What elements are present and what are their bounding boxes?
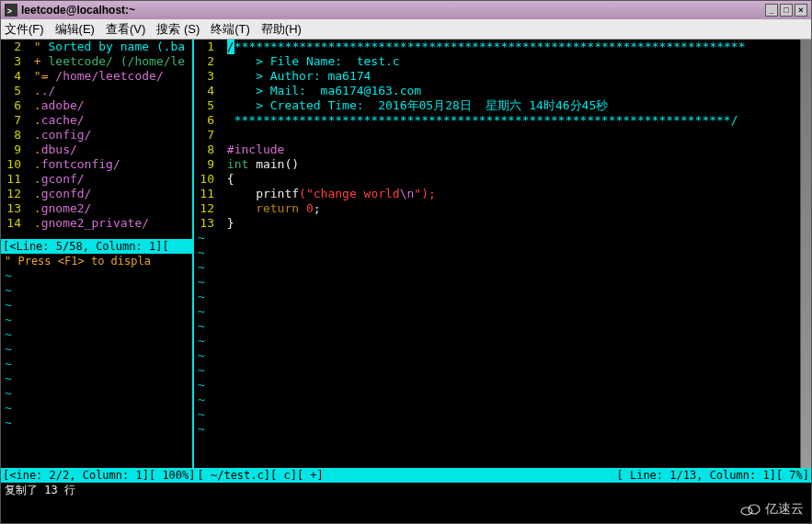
code-line[interactable]: 1 /*************************************…: [194, 40, 800, 54]
list-item[interactable]: 7 .cache/: [1, 113, 192, 128]
list-item[interactable]: 4 "= /home/leetcode/: [1, 69, 192, 84]
tilde-line: ~: [194, 245, 800, 260]
list-item[interactable]: 9 .dbus/: [1, 142, 192, 157]
scrollbar-vertical[interactable]: [800, 40, 811, 468]
list-item[interactable]: 13 .gnome2/: [1, 201, 192, 216]
left-pane[interactable]: 2 " Sorted by name (.ba3 + leetcode/ (/h…: [1, 40, 194, 468]
tilde-line: ~: [194, 304, 800, 319]
tilde-line: ~: [194, 393, 800, 407]
titlebar[interactable]: > leetcode@localhost:~ _ □ ×: [1, 1, 811, 19]
menu-terminal[interactable]: 终端(T): [211, 21, 250, 38]
menu-view[interactable]: 查看(V): [106, 21, 145, 38]
list-item[interactable]: 11 .gconf/: [1, 172, 192, 187]
code-line[interactable]: 7: [194, 128, 800, 142]
tilde-line: ~: [194, 260, 800, 275]
left-help: " Press <F1> to displa: [1, 254, 192, 268]
tilde-line: ~: [194, 407, 800, 422]
list-item[interactable]: 3 + leetcode/ (/home/le: [1, 54, 192, 69]
status-right-pos: [ Line: 1/13, Column: 1][ 7%]: [616, 468, 811, 483]
tilde-line: ~: [1, 342, 192, 357]
code-line[interactable]: 6 **************************************…: [194, 113, 800, 128]
tilde-line: ~: [194, 378, 800, 393]
minimize-button[interactable]: _: [765, 4, 778, 17]
maximize-button[interactable]: □: [780, 4, 793, 17]
tilde-line: ~: [1, 268, 192, 283]
tilde-line: ~: [194, 290, 800, 304]
code-line[interactable]: 4 > Mail: ma6174@163.com: [194, 84, 800, 98]
svg-point-3: [749, 505, 760, 514]
tilde-line: ~: [194, 363, 800, 378]
app-window: > leetcode@localhost:~ _ □ × 文件(F) 编辑(E)…: [0, 0, 812, 524]
tilde-line: ~: [194, 334, 800, 348]
tilde-line: ~: [1, 327, 192, 342]
list-item[interactable]: 8 .config/: [1, 128, 192, 142]
code-line[interactable]: 5 > Created Time: 2016年05月28日 星期六 14时46分…: [194, 98, 800, 113]
menubar: 文件(F) 编辑(E) 查看(V) 搜索 (S) 终端(T) 帮助(H): [1, 19, 811, 40]
list-item[interactable]: 12 .gconfd/: [1, 187, 192, 201]
code-line[interactable]: 8 #include: [194, 142, 800, 157]
list-item[interactable]: 5 ../: [1, 84, 192, 98]
message-bar: 复制了 13 行: [1, 483, 811, 497]
code-line[interactable]: 11 printf("change world\n");: [194, 187, 800, 201]
code-line[interactable]: 3 > Author: ma6174: [194, 69, 800, 84]
menu-help[interactable]: 帮助(H): [261, 21, 302, 38]
terminal-icon: >: [5, 4, 17, 17]
code-line[interactable]: 12 return 0;: [194, 201, 800, 216]
tilde-line: ~: [1, 298, 192, 313]
tilde-line: ~: [1, 357, 192, 371]
code-line[interactable]: 9 int main(): [194, 157, 800, 172]
right-pane[interactable]: 1 /*************************************…: [194, 40, 800, 468]
list-item[interactable]: 6 .adobe/: [1, 98, 192, 113]
status-file: [ ~/test.c][ c][ +]: [196, 468, 324, 483]
tilde-line: ~: [1, 401, 192, 416]
menu-search[interactable]: 搜索 (S): [156, 21, 200, 38]
bottom-status: [<ine: 2/2, Column: 1][ 100%] [ ~/test.c…: [1, 468, 811, 483]
close-button[interactable]: ×: [795, 4, 807, 17]
list-item[interactable]: 10 .fontconfig/: [1, 157, 192, 172]
window-title: leetcode@localhost:~: [21, 4, 135, 17]
code-line[interactable]: 13 }: [194, 216, 800, 231]
list-item[interactable]: 14 .gnome2_private/: [1, 216, 192, 231]
tilde-line: ~: [1, 416, 192, 430]
tilde-line: ~: [1, 371, 192, 386]
cloud-icon: [739, 503, 761, 516]
tilde-line: ~: [194, 422, 800, 437]
left-status: [<Line: 5/58, Column: 1][ 8%]: [1, 239, 192, 254]
tilde-line: ~: [194, 348, 800, 363]
tilde-line: ~: [194, 231, 800, 245]
tilde-line: ~: [1, 386, 192, 401]
tilde-line: ~: [194, 275, 800, 290]
code-line[interactable]: 10 {: [194, 172, 800, 187]
code-line[interactable]: 2 > File Name: test.c: [194, 54, 800, 69]
menu-file[interactable]: 文件(F): [5, 21, 44, 38]
svg-point-2: [741, 507, 752, 515]
terminal-area: 2 " Sorted by name (.ba3 + leetcode/ (/h…: [1, 40, 811, 523]
svg-text:>: >: [7, 6, 12, 16]
watermark: 亿速云: [739, 501, 804, 518]
menu-edit[interactable]: 编辑(E): [55, 21, 95, 38]
tilde-line: ~: [1, 313, 192, 327]
list-item[interactable]: 2 " Sorted by name (.ba: [1, 40, 192, 54]
tilde-line: ~: [1, 283, 192, 298]
status-left-pos: [<ine: 2/2, Column: 1][ 100%]: [1, 468, 196, 483]
tilde-line: ~: [194, 319, 800, 334]
